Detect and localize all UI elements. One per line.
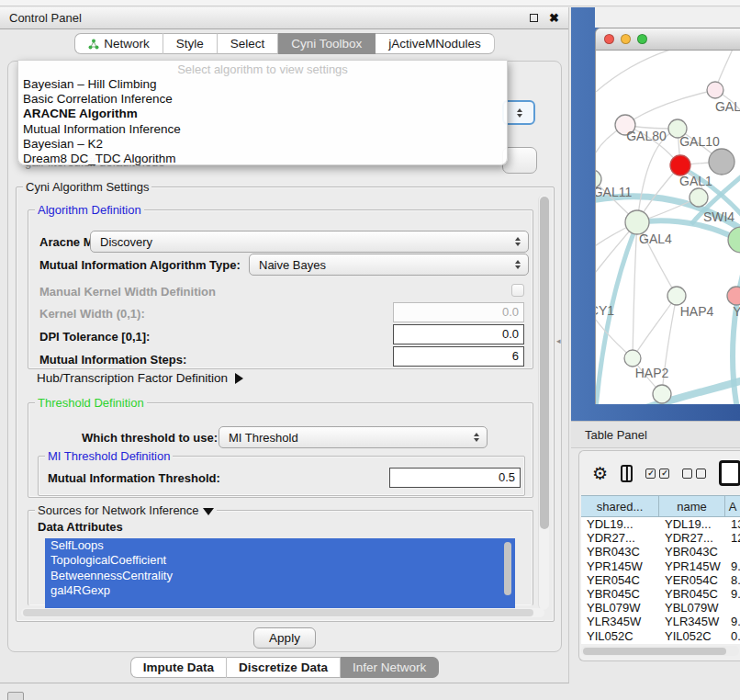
aracne-mode-select[interactable]: Discovery [90,231,529,253]
table-toolbar: ⚙ ✓ ✓ [579,457,740,490]
cyni-toolbox-panel: Inference Algorithm galFiltered.sif defa… [7,61,562,652]
tab-label: jActiveMNodules [388,37,481,51]
float-window-icon[interactable] [530,14,538,22]
tab-cyni-toolbox[interactable]: Cyni Toolbox [278,33,376,54]
tab-style[interactable]: Style [163,33,218,54]
tab-network[interactable]: Network [74,33,163,54]
algorithm-option[interactable]: Mutual Information Inference [18,122,507,137]
column-header[interactable]: name [659,496,725,516]
stepper-icon [511,260,524,269]
network-edge[interactable] [633,222,637,358]
settings-scrollbar[interactable] [538,195,549,610]
network-node-y[interactable] [727,287,740,305]
network-node-hap2[interactable] [624,350,641,367]
table-cell: 9. [725,587,740,601]
network-node[interactable] [653,385,671,403]
table-row[interactable]: YIL052CYIL052C0. [581,629,740,643]
tab-label: Network [104,37,150,51]
table-row[interactable]: YBL079WYBL079W [581,601,740,615]
attribute-item[interactable]: BetweennessCentrality [45,569,515,583]
threshold-definition-group: Threshold Definition Which threshold to … [28,402,533,498]
mi-steps-label: Mutual Information Steps: [39,353,186,367]
attribute-item[interactable]: gal4RGexp [45,583,515,598]
zoom-window-icon[interactable] [637,34,647,44]
table-row[interactable]: YER054CYER054C8. [581,573,740,587]
network-edge[interactable] [634,378,740,404]
network-edge[interactable] [625,90,715,125]
mi-type-label: Mutual Information Algorithm Type: [39,258,241,272]
algorithm-option[interactable]: Dream8 DC_TDC Algorithm [18,152,507,166]
settings-horizontal-scrollbar[interactable] [21,608,544,617]
tab-jactivemnodules[interactable]: jActiveMNodules [376,33,495,54]
minimize-window-icon[interactable] [621,34,631,44]
tab-impute-data[interactable]: Impute Data [130,657,227,678]
apply-button[interactable]: Apply [253,627,316,649]
table-cell: 0. [725,629,740,643]
table-cell: YIL052C [659,629,725,643]
mi-type-value: Naive Bayes [259,258,511,272]
table-row[interactable]: YBR043CYBR043C [581,545,740,559]
dpi-tolerance-field[interactable]: 0.0 [393,324,524,344]
network-node[interactable] [709,149,734,175]
settings-horizontal-scrollbar-thumb[interactable] [23,609,533,616]
tab-infer-network[interactable]: Infer Network [341,657,439,678]
table-row[interactable]: YBR045CYBR045C9. [581,587,740,601]
table-cell: YPR145W [581,559,659,573]
kernel-width-label: Kernel Width (0,1): [39,307,145,321]
network-node-gal[interactable] [707,82,723,98]
network-desktop-strip [595,7,740,28]
table-row[interactable]: YDL19...YDL19...13 [581,517,740,531]
mi-steps-field[interactable]: 6 [393,346,524,367]
mi-threshold-group: MI Threshold Definition Mutual Informati… [38,456,525,496]
mi-type-select[interactable]: Naive Bayes [249,254,529,276]
table-cell: YER054C [581,573,659,587]
attributes-scrollbar-thumb[interactable] [504,542,511,595]
splitter-handle[interactable]: ◂ [556,336,561,345]
network-window-titlebar[interactable] [595,28,740,51]
data-attributes-list[interactable]: SelfLoopsTopologicalCoefficientBetweenne… [45,538,515,614]
node-label: SWI4 [703,209,734,224]
network-edge[interactable] [633,296,677,358]
gear-icon[interactable]: ⚙ [592,465,608,482]
table-row[interactable]: YDR27...YDR27...12 [581,531,740,545]
algorithm-definition-title: Algorithm Definition [35,203,144,217]
network-node-gal1[interactable] [670,155,690,175]
algorithm-option[interactable]: Bayesian – Hill Climbing [18,77,507,92]
mi-threshold-field[interactable]: 0.5 [389,468,521,488]
collapse-down-icon[interactable] [203,508,214,515]
select-all-icon[interactable]: ✓ ✓ [645,469,669,479]
columns-icon[interactable] [621,465,633,482]
settings-scrollbar-thumb[interactable] [540,197,549,529]
hub-definition-label: Hub/Transcription Factor Definition [37,371,228,385]
kernel-width-field[interactable]: 0.0 [393,302,524,322]
hub-definition-toggle[interactable]: Hub/Transcription Factor Definition [37,371,243,385]
attribute-item[interactable]: SelfLoops [45,538,515,553]
close-window-icon[interactable] [604,34,614,44]
dpi-tolerance-label: DPI Tolerance [0,1]: [39,330,150,344]
table-cell [725,601,740,615]
table-row[interactable]: YPR145WYPR145W9. [581,559,740,573]
tab-select[interactable]: Select [218,33,279,54]
minimized-panel-icon[interactable] [7,692,24,700]
manual-kernel-checkbox[interactable] [511,284,524,297]
table-row[interactable]: YLR345WYLR345W9. [581,615,740,628]
network-canvas[interactable]: GALGAL80GAL10GAL1GAL11SWI4GAL4GCY1HAP4YH… [595,51,740,404]
table-horizontal-scrollbar[interactable] [581,646,739,656]
close-icon[interactable]: ✖ [549,14,559,22]
algorithm-option[interactable]: ARACNE Algorithm [18,107,507,121]
network-node-hap4[interactable] [667,287,686,305]
network-node[interactable] [728,227,740,253]
algorithm-option[interactable]: Bayesian – K2 [18,137,507,152]
attribute-item[interactable]: TopologicalCoefficient [45,553,515,568]
deselect-all-icon[interactable] [682,469,706,479]
which-threshold-select[interactable]: MI Threshold [219,426,488,448]
tab-discretize-data[interactable]: Discretize Data [227,657,341,678]
algorithm-option[interactable]: Basic Correlation Inference [18,92,507,107]
column-header[interactable]: A [725,496,740,516]
network-node-swi4[interactable] [690,188,708,207]
table-cell: YER054C [659,573,725,587]
table-cell: 13 [725,517,740,531]
function-builder-icon[interactable] [719,460,740,486]
column-header[interactable]: shared... [581,496,659,516]
table-horizontal-scrollbar-thumb[interactable] [583,648,726,655]
